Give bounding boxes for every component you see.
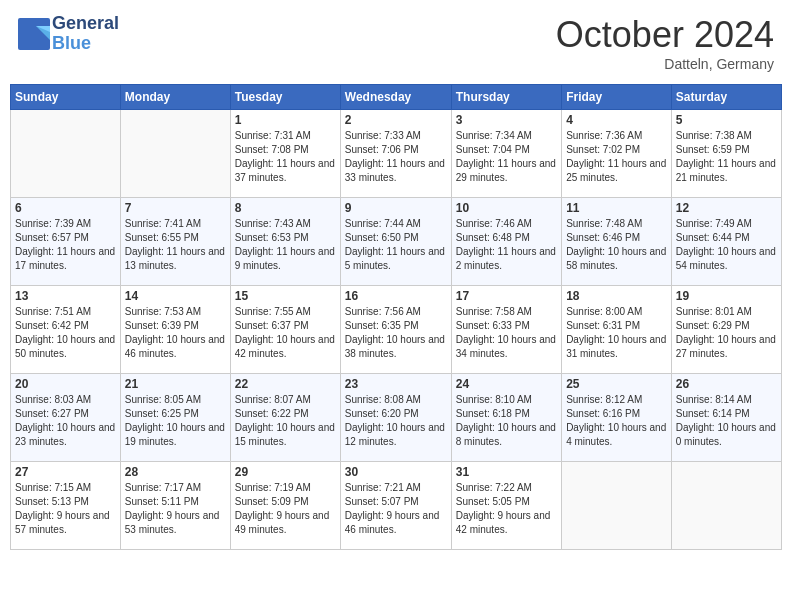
calendar-day: 3Sunrise: 7:34 AMSunset: 7:04 PMDaylight…	[451, 110, 561, 198]
day-number: 12	[676, 201, 777, 215]
calendar-day: 6Sunrise: 7:39 AMSunset: 6:57 PMDaylight…	[11, 198, 121, 286]
day-number: 1	[235, 113, 336, 127]
calendar-day: 16Sunrise: 7:56 AMSunset: 6:35 PMDayligh…	[340, 286, 451, 374]
calendar-day: 31Sunrise: 7:22 AMSunset: 5:05 PMDayligh…	[451, 462, 561, 550]
col-thursday: Thursday	[451, 85, 561, 110]
day-detail: Sunrise: 7:34 AMSunset: 7:04 PMDaylight:…	[456, 129, 557, 185]
calendar-day	[671, 462, 781, 550]
day-number: 16	[345, 289, 447, 303]
day-detail: Sunrise: 7:41 AMSunset: 6:55 PMDaylight:…	[125, 217, 226, 273]
day-detail: Sunrise: 8:08 AMSunset: 6:20 PMDaylight:…	[345, 393, 447, 449]
calendar-day: 20Sunrise: 8:03 AMSunset: 6:27 PMDayligh…	[11, 374, 121, 462]
day-detail: Sunrise: 8:01 AMSunset: 6:29 PMDaylight:…	[676, 305, 777, 361]
day-detail: Sunrise: 7:53 AMSunset: 6:39 PMDaylight:…	[125, 305, 226, 361]
title-area: October 2024 Datteln, Germany	[556, 14, 774, 72]
day-number: 8	[235, 201, 336, 215]
day-number: 26	[676, 377, 777, 391]
calendar-week-row: 13Sunrise: 7:51 AMSunset: 6:42 PMDayligh…	[11, 286, 782, 374]
day-number: 11	[566, 201, 667, 215]
col-wednesday: Wednesday	[340, 85, 451, 110]
calendar-header-row: Sunday Monday Tuesday Wednesday Thursday…	[11, 85, 782, 110]
calendar-day: 21Sunrise: 8:05 AMSunset: 6:25 PMDayligh…	[120, 374, 230, 462]
col-tuesday: Tuesday	[230, 85, 340, 110]
calendar-day: 11Sunrise: 7:48 AMSunset: 6:46 PMDayligh…	[562, 198, 672, 286]
day-number: 18	[566, 289, 667, 303]
day-number: 9	[345, 201, 447, 215]
calendar-day: 30Sunrise: 7:21 AMSunset: 5:07 PMDayligh…	[340, 462, 451, 550]
col-saturday: Saturday	[671, 85, 781, 110]
day-detail: Sunrise: 7:38 AMSunset: 6:59 PMDaylight:…	[676, 129, 777, 185]
day-detail: Sunrise: 8:05 AMSunset: 6:25 PMDaylight:…	[125, 393, 226, 449]
day-number: 4	[566, 113, 667, 127]
calendar-day: 15Sunrise: 7:55 AMSunset: 6:37 PMDayligh…	[230, 286, 340, 374]
day-detail: Sunrise: 7:56 AMSunset: 6:35 PMDaylight:…	[345, 305, 447, 361]
month-title: October 2024	[556, 14, 774, 56]
day-number: 2	[345, 113, 447, 127]
day-detail: Sunrise: 7:31 AMSunset: 7:08 PMDaylight:…	[235, 129, 336, 185]
calendar-day: 27Sunrise: 7:15 AMSunset: 5:13 PMDayligh…	[11, 462, 121, 550]
calendar-day: 24Sunrise: 8:10 AMSunset: 6:18 PMDayligh…	[451, 374, 561, 462]
day-number: 15	[235, 289, 336, 303]
day-number: 24	[456, 377, 557, 391]
logo: General Blue	[18, 14, 119, 54]
day-detail: Sunrise: 7:15 AMSunset: 5:13 PMDaylight:…	[15, 481, 116, 537]
day-number: 29	[235, 465, 336, 479]
logo-blue: Blue	[52, 34, 119, 54]
day-number: 10	[456, 201, 557, 215]
logo-general: General	[52, 14, 119, 34]
day-detail: Sunrise: 8:00 AMSunset: 6:31 PMDaylight:…	[566, 305, 667, 361]
day-detail: Sunrise: 8:10 AMSunset: 6:18 PMDaylight:…	[456, 393, 557, 449]
day-detail: Sunrise: 7:19 AMSunset: 5:09 PMDaylight:…	[235, 481, 336, 537]
day-number: 25	[566, 377, 667, 391]
day-number: 30	[345, 465, 447, 479]
day-number: 14	[125, 289, 226, 303]
day-number: 21	[125, 377, 226, 391]
logo-icon	[18, 18, 50, 50]
day-number: 3	[456, 113, 557, 127]
day-detail: Sunrise: 7:22 AMSunset: 5:05 PMDaylight:…	[456, 481, 557, 537]
calendar-day: 25Sunrise: 8:12 AMSunset: 6:16 PMDayligh…	[562, 374, 672, 462]
col-friday: Friday	[562, 85, 672, 110]
day-number: 17	[456, 289, 557, 303]
day-detail: Sunrise: 7:17 AMSunset: 5:11 PMDaylight:…	[125, 481, 226, 537]
day-detail: Sunrise: 7:21 AMSunset: 5:07 PMDaylight:…	[345, 481, 447, 537]
day-detail: Sunrise: 7:55 AMSunset: 6:37 PMDaylight:…	[235, 305, 336, 361]
day-detail: Sunrise: 7:39 AMSunset: 6:57 PMDaylight:…	[15, 217, 116, 273]
calendar-day: 5Sunrise: 7:38 AMSunset: 6:59 PMDaylight…	[671, 110, 781, 198]
day-number: 23	[345, 377, 447, 391]
day-number: 20	[15, 377, 116, 391]
day-detail: Sunrise: 7:58 AMSunset: 6:33 PMDaylight:…	[456, 305, 557, 361]
calendar-day: 4Sunrise: 7:36 AMSunset: 7:02 PMDaylight…	[562, 110, 672, 198]
calendar-day: 14Sunrise: 7:53 AMSunset: 6:39 PMDayligh…	[120, 286, 230, 374]
day-detail: Sunrise: 8:07 AMSunset: 6:22 PMDaylight:…	[235, 393, 336, 449]
location: Datteln, Germany	[556, 56, 774, 72]
calendar-day: 29Sunrise: 7:19 AMSunset: 5:09 PMDayligh…	[230, 462, 340, 550]
day-detail: Sunrise: 7:33 AMSunset: 7:06 PMDaylight:…	[345, 129, 447, 185]
calendar-day: 23Sunrise: 8:08 AMSunset: 6:20 PMDayligh…	[340, 374, 451, 462]
calendar-day: 7Sunrise: 7:41 AMSunset: 6:55 PMDaylight…	[120, 198, 230, 286]
day-number: 22	[235, 377, 336, 391]
calendar-day: 19Sunrise: 8:01 AMSunset: 6:29 PMDayligh…	[671, 286, 781, 374]
day-number: 5	[676, 113, 777, 127]
calendar-day: 13Sunrise: 7:51 AMSunset: 6:42 PMDayligh…	[11, 286, 121, 374]
day-number: 6	[15, 201, 116, 215]
calendar-day: 1Sunrise: 7:31 AMSunset: 7:08 PMDaylight…	[230, 110, 340, 198]
day-number: 28	[125, 465, 226, 479]
day-detail: Sunrise: 7:43 AMSunset: 6:53 PMDaylight:…	[235, 217, 336, 273]
day-detail: Sunrise: 7:44 AMSunset: 6:50 PMDaylight:…	[345, 217, 447, 273]
day-number: 19	[676, 289, 777, 303]
day-detail: Sunrise: 8:14 AMSunset: 6:14 PMDaylight:…	[676, 393, 777, 449]
calendar-day	[562, 462, 672, 550]
day-detail: Sunrise: 7:46 AMSunset: 6:48 PMDaylight:…	[456, 217, 557, 273]
day-detail: Sunrise: 7:48 AMSunset: 6:46 PMDaylight:…	[566, 217, 667, 273]
calendar-week-row: 6Sunrise: 7:39 AMSunset: 6:57 PMDaylight…	[11, 198, 782, 286]
day-number: 7	[125, 201, 226, 215]
calendar-day: 8Sunrise: 7:43 AMSunset: 6:53 PMDaylight…	[230, 198, 340, 286]
day-detail: Sunrise: 8:12 AMSunset: 6:16 PMDaylight:…	[566, 393, 667, 449]
calendar-day: 22Sunrise: 8:07 AMSunset: 6:22 PMDayligh…	[230, 374, 340, 462]
calendar-week-row: 20Sunrise: 8:03 AMSunset: 6:27 PMDayligh…	[11, 374, 782, 462]
calendar-day: 26Sunrise: 8:14 AMSunset: 6:14 PMDayligh…	[671, 374, 781, 462]
day-detail: Sunrise: 7:51 AMSunset: 6:42 PMDaylight:…	[15, 305, 116, 361]
calendar-day: 2Sunrise: 7:33 AMSunset: 7:06 PMDaylight…	[340, 110, 451, 198]
day-detail: Sunrise: 7:49 AMSunset: 6:44 PMDaylight:…	[676, 217, 777, 273]
